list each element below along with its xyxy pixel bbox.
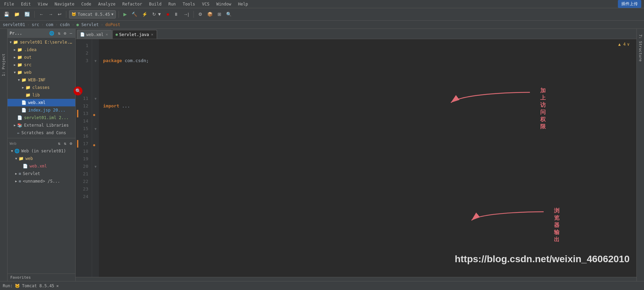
run-bar: Run: 🐱 Tomcat 8.5.45 ✕ (0, 281, 644, 290)
breadcrumb-method[interactable]: doPost (106, 22, 120, 27)
tree-lib[interactable]: ▶ 📁 lib (8, 91, 75, 99)
tab-webxml[interactable]: 📄 web.xml ✕ (77, 30, 112, 39)
tree-web-unnamed[interactable]: ▶ ≡ <unnamed> /S... (8, 177, 75, 185)
side-tab: 1: Project (0, 29, 8, 281)
search-overlay-button[interactable]: 🔍 (74, 86, 82, 95)
tab-close-webxml[interactable]: ✕ (105, 32, 109, 37)
menu-file[interactable]: File (3, 1, 15, 7)
toolbar-back[interactable]: ← (37, 11, 45, 18)
menu-code[interactable]: Code (80, 1, 93, 7)
tree-webinf[interactable]: ▼ 📁 WEB-INF (8, 76, 75, 84)
code-line-8 (103, 216, 636, 223)
panel-icon-minimize[interactable]: — (69, 31, 73, 36)
structure-label[interactable]: 7: Structure (637, 32, 643, 64)
menu-refactor[interactable]: Refactor (121, 1, 144, 7)
menu-run[interactable]: Run (167, 1, 177, 7)
code-line-2 (103, 80, 636, 87)
menu-analyze[interactable]: Analyze (97, 1, 117, 7)
plugin-upload-button[interactable]: 插件上传 (618, 0, 641, 8)
tree-iml[interactable]: ▶ 📄 servlet01.iml 2... (8, 114, 75, 121)
run-label: Run: (3, 283, 13, 288)
menu-bar: File Edit View Navigate Code Analyze Ref… (0, 0, 644, 8)
menu-build[interactable]: Build (148, 1, 163, 7)
panel-icon-globe[interactable]: 🌐 (48, 31, 55, 36)
toolbar-divider-4 (193, 11, 194, 18)
code-line-1: package com.csdn; (103, 57, 636, 65)
warning-expand[interactable]: ∨ (627, 42, 630, 47)
tree-scratches[interactable]: ▶ ✏️ Scratches and Cons (8, 129, 75, 137)
code-line-5 (103, 148, 636, 155)
gutter: ▼ ▼ ▼ ▼ (92, 39, 99, 277)
menu-tools[interactable]: Tools (181, 1, 197, 7)
toolbar-save-all[interactable]: 📁 (12, 11, 21, 18)
toolbar-save[interactable]: 💾 (2, 11, 11, 18)
code-line-10 (103, 261, 636, 268)
tab-servlet-java[interactable]: ● Servlet.java ✕ (112, 30, 157, 39)
tree-ext-libs[interactable]: ▶ 📚 External Libraries (8, 121, 75, 129)
tree-web-webxml[interactable]: ▶ 📄 web.xml (8, 162, 75, 170)
project-side-tab[interactable]: 1: Project (1, 51, 7, 79)
breadcrumb-com[interactable]: com (46, 22, 53, 27)
menu-navigate[interactable]: Navigate (53, 1, 76, 7)
toolbar-more2[interactable]: ↻ ▼ (151, 11, 163, 18)
web-icon-settings[interactable]: ⚙ (69, 141, 73, 146)
menu-vcs[interactable]: VCS (201, 1, 211, 7)
tree-webxml[interactable]: ▶ 📄 web.xml (8, 99, 75, 106)
run-close-icon[interactable]: ✕ (56, 283, 59, 288)
breadcrumb-csdn[interactable]: csdn (60, 22, 70, 27)
line-numbers: 1 2 3 11 12 13 ● 14 15 16 17 ● 18 19 (76, 39, 92, 277)
code-line-4 (103, 125, 636, 132)
menu-edit[interactable]: Edit (20, 1, 32, 7)
code-line-6 (103, 170, 636, 178)
panel-icon-settings[interactable]: ⚙ (63, 31, 67, 36)
menu-view[interactable]: View (36, 1, 49, 7)
tab-bar: 📄 web.xml ✕ ● Servlet.java ✕ (76, 29, 636, 39)
tree-root[interactable]: ▼ 📁 servlet01 E:\servle... (8, 38, 75, 46)
toolbar-build[interactable]: 🔨 (130, 11, 139, 18)
horizontal-scrollbar[interactable] (76, 277, 636, 281)
menu-help[interactable]: Help (237, 1, 249, 7)
menu-window[interactable]: Window (215, 1, 232, 7)
toolbar-window[interactable]: ⊞ (216, 11, 223, 18)
run-tomcat-icon: 🐱 (15, 283, 20, 288)
panel-header: Pr... 🌐 ⇅ ⚙ — (8, 29, 75, 38)
toolbar-refresh[interactable]: ▶ (122, 11, 129, 18)
project-panel: Pr... 🌐 ⇅ ⚙ — ▼ 📁 servlet01 E:\servle...… (8, 29, 76, 281)
tree-web-root[interactable]: ▼ 🌐 Web (in servlet01) (8, 147, 75, 155)
tab-close-java[interactable]: ✕ (151, 32, 154, 37)
favorites-bar: Favorites (8, 274, 75, 281)
tree-web-servlet[interactable]: ▶ ≡ Servlet (8, 170, 75, 177)
breadcrumb: servlet01 › src › com › csdn › ● Servlet… (0, 21, 644, 29)
web-section-header: Web ⇅ ⇅ ⚙ (8, 140, 75, 147)
toolbar-step[interactable]: →| (181, 11, 190, 18)
tree-out[interactable]: ▶ 📁 out (8, 54, 75, 61)
toolbar-sdk[interactable]: 📦 (206, 11, 214, 18)
tree-web[interactable]: ▼ 📁 web (8, 69, 75, 76)
web-icon-align[interactable]: ⇅ (57, 141, 61, 146)
code-line-7 (103, 193, 636, 200)
toolbar-more1[interactable]: ⚡ (140, 11, 149, 18)
breadcrumb-root[interactable]: servlet01 (3, 22, 25, 27)
toolbar-settings[interactable]: ⚙ (197, 11, 204, 18)
tree-src[interactable]: ▶ 📁 src (8, 61, 75, 69)
code-area[interactable]: package com.csdn; import ... @WebServlet… (99, 39, 636, 277)
tree-classes[interactable]: ▶ 📁 classes (8, 84, 75, 91)
panel-icon-align[interactable]: ⇅ (57, 31, 61, 36)
favorites-label[interactable]: Favorites (10, 275, 31, 280)
tree-indexjsp[interactable]: ▶ 📄 index.jsp 20... (8, 106, 75, 114)
breadcrumb-servlet[interactable]: ● Servlet (76, 22, 99, 27)
toolbar-stop[interactable]: ■ (165, 11, 171, 18)
tree-idea[interactable]: ▶ 📁 .idea (8, 46, 75, 54)
toolbar-undo[interactable]: ↩ (56, 11, 63, 18)
toolbar-pause[interactable]: ⏸ (172, 11, 180, 18)
editor-content: 1 2 3 11 12 13 ● 14 15 16 17 ● 18 19 (76, 39, 636, 277)
run-server-name: Tomcat 8.5.45 (22, 283, 54, 288)
toolbar-sync[interactable]: 🔄 (23, 11, 32, 18)
toolbar-search[interactable]: 🔍 (224, 11, 233, 18)
editor-area: 📄 web.xml ✕ ● Servlet.java ✕ 1 2 3 11 12 (76, 29, 636, 281)
tree-web-folder[interactable]: ▼ 📁 web (8, 155, 75, 162)
toolbar-forward[interactable]: → (47, 11, 55, 18)
tomcat-selector[interactable]: 🐱 Tomcat 8.5.45 ▼ (69, 10, 116, 19)
web-icon-align2[interactable]: ⇅ (63, 141, 67, 146)
breadcrumb-src[interactable]: src (32, 22, 39, 27)
